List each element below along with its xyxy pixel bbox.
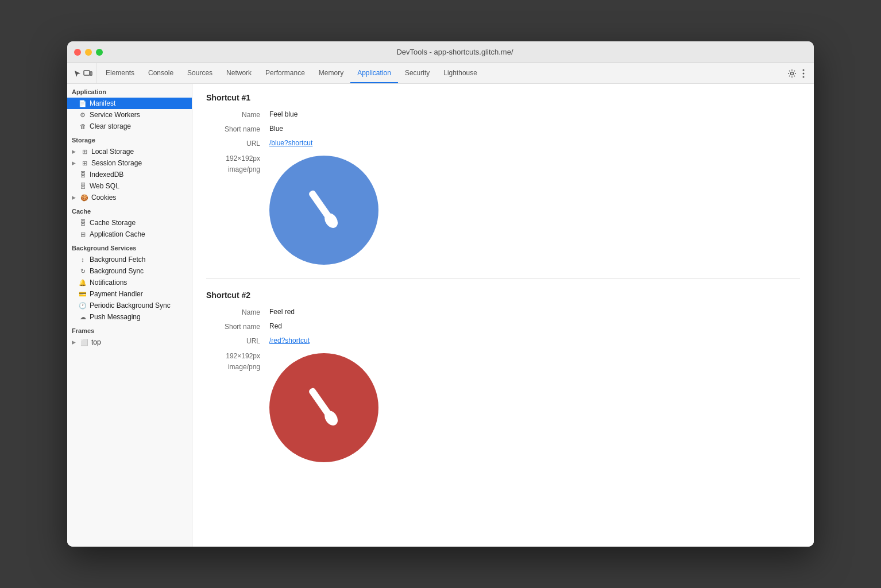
tab-security[interactable]: Security [398,63,436,83]
maximize-button[interactable] [96,49,103,56]
sidebar-item-notifications[interactable]: 🔔 Notifications [67,277,192,288]
sidebar-item-cache-storage[interactable]: 🗄 Cache Storage [67,217,192,229]
settings-icon[interactable] [787,69,797,78]
tab-bar: Elements Console Sources Network Perform… [67,63,814,84]
devtools-window: DevTools - app-shortcuts.glitch.me/ [67,41,814,547]
shortcut1-url-value[interactable]: /blue?shortcut [269,139,312,147]
sidebar-item-web-sql[interactable]: 🗄 Web SQL [67,180,192,192]
devtools-body: Application 📄 Manifest ⚙ Service Workers… [67,84,814,547]
close-button[interactable] [74,49,81,56]
service-workers-icon: ⚙ [79,111,87,119]
shortcut1-image-type: image/png [206,164,260,175]
shortcut1-image-row: 192×192px image/png [206,153,800,265]
shortcut2-url-row: URL /red?shortcut [206,336,800,345]
sidebar-item-background-sync[interactable]: ↻ Background Sync [67,265,192,277]
arrow-right-icon: ▶ [72,149,78,154]
shortcut1-name-row: Name Feel blue [206,110,800,119]
shortcut2-name-row: Name Feel red [206,308,800,316]
shortcut2-image-row: 192×192px image/png [206,351,800,462]
periodic-bg-sync-icon: 🕐 [79,302,87,310]
application-cache-icon: ⊞ [79,231,87,238]
shortcut2-image [269,353,378,462]
device-toggle-icon[interactable] [83,69,92,78]
sidebar-item-indexeddb[interactable]: 🗄 IndexedDB [67,169,192,180]
sidebar-item-local-storage[interactable]: ▶ ⊞ Local Storage [67,146,192,157]
more-options-icon[interactable] [799,69,808,78]
shortcut2-name-label: Name [206,308,269,316]
minimize-button[interactable] [85,49,92,56]
shortcut2-red-circle [269,353,378,462]
application-section-header: Application [67,84,192,98]
title-bar: DevTools - app-shortcuts.glitch.me/ [67,41,814,63]
top-frame-icon: ⬜ [80,339,88,346]
window-title: DevTools - app-shortcuts.glitch.me/ [103,48,807,56]
sidebar-item-clear-storage[interactable]: 🗑 Clear storage [67,121,192,132]
tab-performance[interactable]: Performance [258,63,312,83]
svg-rect-1 [90,72,92,75]
svg-point-5 [803,76,805,78]
notifications-icon: 🔔 [79,279,87,287]
web-sql-icon: 🗄 [79,183,87,189]
shortcut2-url-value[interactable]: /red?shortcut [269,336,310,345]
session-storage-icon: ⊞ [80,160,88,167]
background-fetch-icon: ↕ [79,256,87,263]
shortcut2-title: Shortcut #2 [206,291,800,300]
sidebar-item-cookies[interactable]: ▶ 🍪 Cookies [67,192,192,203]
shortcut1-url-row: URL /blue?shortcut [206,139,800,148]
sidebar: Application 📄 Manifest ⚙ Service Workers… [67,84,192,547]
sidebar-item-session-storage[interactable]: ▶ ⊞ Session Storage [67,157,192,169]
tab-lighthouse[interactable]: Lighthouse [436,63,484,83]
indexeddb-icon: 🗄 [79,171,87,178]
sidebar-item-service-workers[interactable]: ⚙ Service Workers [67,109,192,121]
shortcut2-image-size: 192×192px [206,351,260,362]
shortcut1-image-size: 192×192px [206,153,260,164]
tab-network[interactable]: Network [219,63,258,83]
background-sync-icon: ↻ [79,268,87,275]
sidebar-item-top[interactable]: ▶ ⬜ top [67,336,192,348]
sidebar-item-manifest[interactable]: 📄 Manifest [67,98,192,109]
shortcut1-image-labels: 192×192px image/png [206,153,269,175]
shortcut1-short-name-label: Short name [206,125,269,133]
main-content: Shortcut #1 Name Feel blue Short name Bl… [192,84,814,547]
svg-point-2 [791,72,794,75]
shortcut2-url-label: URL [206,336,269,345]
arrow-right-icon-4: ▶ [72,339,78,345]
storage-section-header: Storage [67,132,192,146]
svg-point-3 [803,69,805,71]
shortcut1-name-label: Name [206,110,269,119]
sidebar-item-payment-handler[interactable]: 💳 Payment Handler [67,288,192,300]
shortcut1-blue-circle [269,156,378,265]
tab-memory[interactable]: Memory [312,63,350,83]
devtools: Elements Console Sources Network Perform… [67,63,814,547]
frames-section-header: Frames [67,323,192,336]
shortcut1-short-name-value: Blue [269,125,283,133]
payment-handler-icon: 💳 [79,291,87,298]
shortcut2-section: Shortcut #2 Name Feel red Short name Red… [206,279,800,462]
tab-bar-icons [69,63,96,83]
shortcut1-title: Shortcut #1 [206,93,800,102]
svg-point-4 [803,72,805,74]
clear-storage-icon: 🗑 [79,123,87,130]
shortcut2-short-name-value: Red [269,322,282,330]
shortcut1-short-name-row: Short name Blue [206,125,800,133]
cache-storage-icon: 🗄 [79,219,87,226]
cursor-icon[interactable] [73,69,82,78]
tab-elements[interactable]: Elements [99,63,141,83]
shortcut2-image-type: image/png [206,362,260,373]
tab-application[interactable]: Application [350,63,398,83]
tab-sources[interactable]: Sources [180,63,219,83]
push-messaging-icon: ☁ [79,314,87,321]
background-services-header: Background Services [67,240,192,254]
sidebar-item-periodic-background-sync[interactable]: 🕐 Periodic Background Sync [67,300,192,311]
sidebar-item-application-cache[interactable]: ⊞ Application Cache [67,229,192,240]
arrow-right-icon-3: ▶ [72,195,78,200]
sidebar-item-push-messaging[interactable]: ☁ Push Messaging [67,311,192,323]
cache-section-header: Cache [67,203,192,217]
tab-bar-right [787,69,812,78]
shortcut2-image-labels: 192×192px image/png [206,351,269,373]
tab-console[interactable]: Console [141,63,180,83]
arrow-right-icon-2: ▶ [72,160,78,166]
local-storage-icon: ⊞ [80,148,88,156]
sidebar-item-background-fetch[interactable]: ↕ Background Fetch [67,254,192,265]
shortcut1-name-value: Feel blue [269,110,297,118]
